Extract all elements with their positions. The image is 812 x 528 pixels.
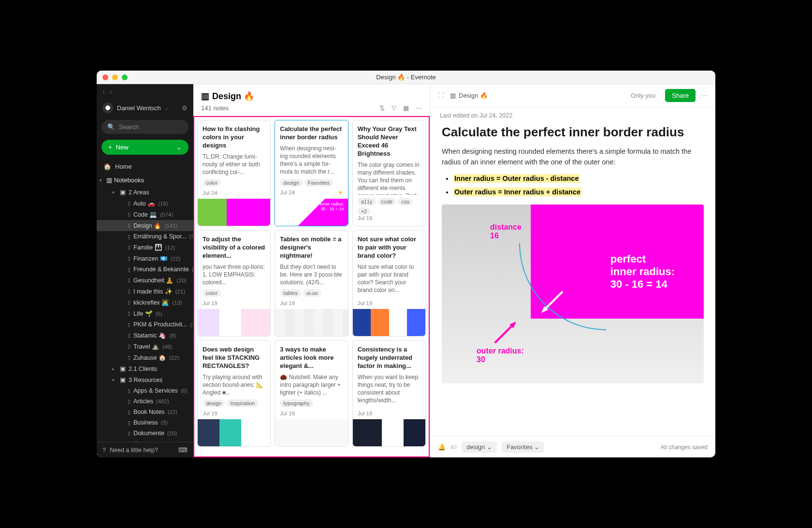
expand-icon[interactable]: ⛶ — [438, 92, 444, 99]
notebook-icon: ▯ — [128, 277, 130, 283]
tree-notebook[interactable]: ▯I made this ✨ (21) — [97, 286, 193, 297]
tag-chip[interactable]: design ⌄ — [462, 441, 497, 453]
notebook-icon: ▯ — [128, 343, 130, 350]
tag-chip[interactable]: Favorites ⌄ — [502, 441, 544, 453]
tree-notebook[interactable]: ▯PKM & Productivit... (19) — [97, 319, 193, 330]
help-icon: ? — [102, 447, 106, 454]
tag-chip: Inspiration — [227, 399, 258, 407]
note-card[interactable]: Calculate the perfect inner border radiu… — [275, 120, 348, 226]
card-title: Why Your Gray Text Should Never Exceed 4… — [358, 125, 420, 158]
sort-icon[interactable]: ⇅ — [379, 104, 385, 112]
card-date: Jul 19 — [280, 300, 343, 306]
nav-forward-button[interactable]: › — [110, 88, 112, 96]
notebooks-section[interactable]: ▾ ▥ Notebooks — [97, 174, 193, 187]
notebook-icon: ▯ — [128, 244, 130, 250]
stack-icon: ▣ — [120, 189, 126, 196]
tree-notebook[interactable]: ▯Apps & Services (6) — [97, 385, 193, 396]
new-button[interactable]: + New ⌄ — [102, 140, 188, 155]
tree-clients[interactable]: ▸ ▣ 2.1 Clients — [97, 363, 193, 374]
maximize-window-button[interactable] — [122, 74, 128, 80]
card-title: To adjust the visibility of a colored el… — [203, 235, 265, 260]
note-card[interactable]: How to fix clashing colors in your desig… — [197, 120, 271, 226]
notebook-icon: ▯ — [128, 222, 130, 229]
note-card[interactable]: Consistency is a hugely underrated facto… — [352, 340, 426, 447]
tree-notebook[interactable]: ▯Zuhause 🏠 (22) — [97, 352, 193, 363]
filter-icon[interactable]: ▽ — [392, 104, 396, 112]
tree-notebook[interactable]: ▯klickreflex 👩‍💻 (13) — [97, 297, 193, 308]
card-thumbnail — [198, 309, 270, 336]
notebook-icon: ▯ — [128, 266, 130, 273]
card-thumbnail — [275, 199, 348, 226]
note-card[interactable]: To adjust the visibility of a colored el… — [197, 230, 271, 337]
titlebar: Design 🔥 - Evernote — [97, 71, 715, 84]
card-title: Consistency is a hugely underrated facto… — [358, 346, 420, 370]
card-thumbnail — [275, 419, 348, 446]
tree-notebook[interactable]: ▯Auto 🚗 (16) — [97, 198, 193, 209]
card-thumbnail — [275, 309, 348, 336]
list-title: ▥ Design 🔥 — [201, 91, 422, 102]
card-snippet: Not sure what color to pair with your br… — [358, 263, 420, 294]
tree-notebook[interactable]: ▯Humor (214) — [97, 439, 193, 442]
help-button[interactable]: ? Need a little help? ⌨ — [97, 442, 193, 457]
card-snippet: When designing nest-ing rounded elements… — [280, 145, 343, 176]
gear-icon[interactable]: ⚙ — [182, 104, 188, 112]
more-icon[interactable]: ⋯ — [416, 104, 422, 112]
card-snippet: TL;DR: Change lumi-nosity of either or b… — [203, 153, 265, 176]
tree-notebook[interactable]: ▯Life 🌱 (5) — [97, 308, 193, 319]
note-paragraph: When designing nesting rounded elements … — [442, 147, 704, 168]
tree-notebook[interactable]: ▯Travel ⛰️ (48) — [97, 341, 193, 352]
notebook-icon: ▯ — [128, 398, 130, 405]
tree-resources[interactable]: ▾ ▣ 3 Resources — [97, 374, 193, 385]
tree-notebook[interactable]: ▯Ernährung & Spor... (35) — [97, 231, 193, 242]
tree-notebook[interactable]: ▯Finanzen 💶 (22) — [97, 253, 193, 264]
note-list-panel: ▥ Design 🔥 141 notes ⇅ ▽ ▦ ⋯ How to fix … — [193, 84, 430, 457]
diagram-label-inner: perfect inner radius: 30 - 16 = 14 — [610, 253, 675, 291]
note-card[interactable]: Why Your Gray Text Should Never Exceed 4… — [352, 120, 426, 226]
tree-areas[interactable]: ▾ ▣ 2 Areas — [97, 187, 193, 198]
tag-chip: a11y — [358, 198, 376, 205]
tree-notebook[interactable]: ▯Articles (482) — [97, 396, 193, 407]
nav-back-button[interactable]: ‹ — [102, 88, 105, 96]
tree-notebook[interactable]: ▯Gesundheit 🧘 (20) — [97, 275, 193, 286]
close-window-button[interactable] — [102, 74, 108, 80]
note-title[interactable]: Calculate the perfect inner border radiu… — [442, 125, 704, 140]
tag-chip: design — [280, 179, 302, 187]
tree-notebook[interactable]: ▯Dokumente (16) — [97, 428, 193, 439]
diagram-label-outer: outer radius: 30 — [477, 347, 524, 364]
more-icon[interactable]: ⋯ — [701, 92, 708, 99]
view-icon[interactable]: ▦ — [403, 104, 409, 112]
keyboard-icon[interactable]: ⌨ — [178, 446, 188, 454]
note-card[interactable]: Does web design feel like STACKING RECTA… — [197, 340, 271, 447]
notebook-icon: ▯ — [128, 388, 130, 394]
card-thumbnail — [198, 199, 270, 226]
tree-notebook[interactable]: ▯Statamic 🦄 (8) — [97, 330, 193, 341]
window-title: Design 🔥 - Evernote — [97, 73, 715, 81]
note-count: 141 notes — [201, 104, 229, 112]
card-title: How to fix clashing colors in your desig… — [203, 125, 265, 150]
card-thumbnail — [353, 309, 425, 336]
card-thumbnail — [198, 419, 270, 446]
share-button[interactable]: Share — [665, 89, 696, 102]
note-card[interactable]: 3 ways to make articles look more elegan… — [275, 340, 348, 447]
tree-notebook[interactable]: ▯Familie 👪 (12) — [97, 242, 193, 253]
card-snippet: you have three op-tions: 1. LOW EMPHASIS… — [203, 263, 265, 287]
tag-add-icon[interactable]: 🏷 — [450, 443, 457, 451]
tag-chip: ui-ux — [303, 289, 321, 297]
tree-notebook[interactable]: ▯Design 🔥 (141) — [97, 220, 193, 231]
breadcrumb[interactable]: ▥ Design 🔥 — [450, 92, 488, 99]
tree-notebook[interactable]: ▯Business (3) — [97, 417, 193, 428]
reminder-icon[interactable]: 🔔 — [438, 443, 446, 451]
tree-notebook[interactable]: ▯Freunde & Bekannte (3) — [97, 264, 193, 275]
tree-notebook[interactable]: ▯Code 💻 (574) — [97, 209, 193, 220]
search-input[interactable]: 🔍 Search — [102, 120, 188, 134]
tree-notebook[interactable]: ▯Book Notes (22) — [97, 407, 193, 417]
note-card[interactable]: Tables on mobile = a designer's nightmar… — [275, 230, 348, 337]
account-menu[interactable]: Daniel Wentsch ⌄ ⚙ — [97, 100, 193, 116]
card-snippet: The color gray comes in many different s… — [358, 161, 420, 195]
note-card[interactable]: Not sure what color to pair with your br… — [352, 230, 426, 337]
note-body[interactable]: Calculate the perfect inner border radiu… — [430, 119, 715, 436]
minimize-window-button[interactable] — [112, 74, 118, 80]
card-date: Jul 19 — [280, 411, 343, 416]
sidebar-home[interactable]: 🏠 Home — [97, 160, 193, 174]
cards-scroll[interactable]: How to fix clashing colors in your desig… — [193, 116, 430, 457]
